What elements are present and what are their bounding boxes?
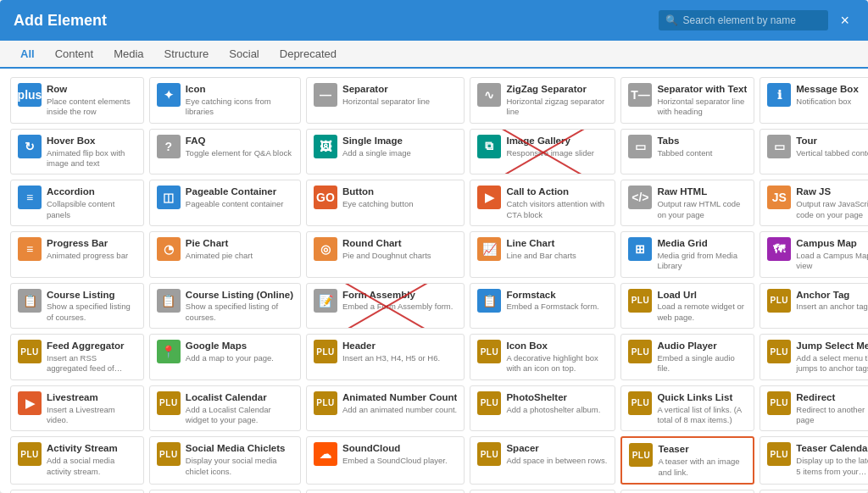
element-icon-animated-number: PLU [314, 391, 337, 415]
element-card-animated-number[interactable]: PLUAnimated Number CountAdd an animated … [306, 385, 465, 432]
element-name-round-chart: Round Chart [342, 237, 457, 250]
element-card-video-playlist[interactable]: PLUVideo Player (Playlist)Embed a YouTub… [470, 490, 615, 493]
tab-media[interactable]: Media [103, 41, 153, 69]
element-card-icon-box[interactable]: PLUIcon BoxA decorative highlight box wi… [470, 334, 615, 380]
element-desc-localist-calendar: Add a Localist Calendar widget to your p… [186, 405, 293, 426]
element-card-message-box[interactable]: ℹMessage BoxNotification box [760, 77, 868, 124]
element-desc-message-box: Notification box [796, 97, 868, 107]
element-card-course-listing-online[interactable]: 📋Course Listing (Online)Show a specified… [149, 283, 301, 330]
element-card-separator-text[interactable]: T—Separator with TextHorizontal separato… [620, 77, 754, 124]
element-card-spacer[interactable]: PLUSpacerAdd space in between rows. [470, 436, 615, 485]
element-card-media-grid[interactable]: ⊞Media GridMedia grid from Media Library [620, 231, 754, 278]
tab-deprecated[interactable]: Deprecated [270, 41, 347, 69]
element-icon-anchor-tag: PLU [767, 289, 791, 313]
element-card-campus-map[interactable]: 🗺Campus MapLoad a Campus Map view [760, 231, 868, 278]
element-name-accordion: Accordion [47, 186, 136, 198]
element-card-icon[interactable]: ✦IconEye catching icons from libraries [149, 77, 301, 124]
close-button[interactable]: × [835, 11, 854, 30]
element-desc-anchor-tag: Insert an anchor tag [796, 302, 868, 312]
element-card-anchor-tag[interactable]: PLUAnchor TagInsert an anchor tag [760, 283, 868, 330]
element-card-pie-chart[interactable]: ◔Pie ChartAnimated pie chart [149, 231, 301, 278]
element-card-load-url[interactable]: PLULoad UrlLoad a remote widget or web p… [620, 283, 754, 330]
element-card-row[interactable]: plusRowPlace content elements inside the… [10, 77, 144, 124]
element-card-livestream[interactable]: ▶LivestreamInsert a Livestream video. [10, 385, 144, 432]
element-card-zigzag[interactable]: ∿ZigZag SeparatorHorizontal zigzag separ… [470, 77, 615, 124]
element-icon-course-listing-online: 📋 [157, 289, 181, 313]
element-icon-jump-select-menu: PLU [767, 340, 791, 363]
element-icon-raw-js: JS [767, 186, 791, 209]
element-card-text-box[interactable]: PLUText BoxA block of text with a WYSIWY… [149, 490, 301, 493]
element-icon-formstack: 📋 [477, 289, 501, 313]
element-name-load-url: Load Url [657, 289, 747, 302]
element-card-round-chart[interactable]: ◎Round ChartPie and Doughnut charts [306, 231, 465, 278]
element-card-image-gallery[interactable]: ⧉Image GalleryResponsive image slider [470, 129, 615, 175]
element-icon-icon: ✦ [157, 83, 181, 107]
element-desc-line-chart: Line and Bar charts [506, 251, 608, 261]
element-desc-icon-box: A decorative highlight box with an icon … [506, 353, 608, 374]
element-card-raw-js[interactable]: JSRaw JSOutput raw JavaScript code on yo… [760, 180, 868, 226]
element-desc-raw-js: Output raw JavaScript code on your page [796, 199, 868, 220]
element-card-localist-calendar[interactable]: PLULocalist CalendarAdd a Localist Calen… [149, 385, 301, 432]
element-name-icon-box: Icon Box [506, 340, 608, 352]
element-card-social-media-chiclets[interactable]: PLUSocial Media ChicletsDisplay your soc… [149, 436, 301, 485]
element-name-tabs: Tabs [657, 135, 747, 147]
element-name-feed-aggregator: Feed Aggregator [47, 340, 136, 352]
element-desc-header: Insert an H3, H4, H5 or H6. [342, 353, 457, 363]
element-card-activity-stream[interactable]: PLUActivity StreamAdd a social media act… [10, 436, 144, 485]
element-card-hover-box[interactable]: ↻Hover BoxAnimated flip box with image a… [10, 129, 144, 175]
element-card-tabs[interactable]: ▭TabsTabbed content [620, 129, 754, 175]
element-card-redirect[interactable]: PLURedirectRedirect to another page [760, 385, 868, 432]
element-desc-tabs: Tabbed content [657, 148, 747, 158]
element-icon-row: plus [18, 83, 42, 107]
search-input[interactable] [659, 10, 828, 30]
element-card-tour[interactable]: ▭TourVertical tabbed content [760, 129, 868, 175]
element-card-line-chart[interactable]: 📈Line ChartLine and Bar charts [470, 231, 615, 278]
element-card-table-press[interactable]: ⊞Table PressInsert your TablePress table… [760, 490, 868, 493]
element-card-soundcloud[interactable]: ☁SoundCloudEmbed a SoundCloud player. [306, 436, 465, 485]
element-card-photoshelter[interactable]: PLUPhotoShelterAdd a photoshelter album. [470, 385, 615, 432]
element-name-teaser-calendar: Teaser Calendar [796, 442, 868, 455]
element-card-jump-select-menu[interactable]: PLUJump Select MenuAdd a select menu tha… [760, 334, 868, 380]
element-card-teaser-calendar[interactable]: PLUTeaser CalendarDisplay up to the late… [760, 436, 868, 485]
element-name-google-maps: Google Maps [186, 340, 293, 352]
element-card-feed-aggregator[interactable]: PLUFeed AggregatorInsert an RSS aggregat… [10, 334, 144, 380]
element-icon-photoshelter: PLU [477, 391, 501, 415]
element-icon-button: GO [314, 186, 337, 209]
element-desc-accordion: Collapsible content panels [47, 199, 136, 220]
element-card-call-to-action[interactable]: ▶Call to ActionCatch visitors attention … [470, 180, 615, 226]
element-card-quick-links[interactable]: PLUQuick Links ListA vertical list of li… [620, 385, 754, 432]
element-card-course-listing[interactable]: 📋Course ListingShow a specified listing … [10, 283, 144, 330]
element-icon-line-chart: 📈 [477, 237, 501, 261]
element-card-accordion[interactable]: ≡AccordionCollapsible content panels [10, 180, 144, 226]
element-card-faq[interactable]: ?FAQToggle element for Q&A block [149, 129, 301, 175]
element-icon-course-listing: 📋 [18, 289, 42, 313]
element-card-single-image[interactable]: 🖼Single ImageAdd a single image [306, 129, 465, 175]
element-card-raw-html[interactable]: </>Raw HTMLOutput raw HTML code on your … [620, 180, 754, 226]
tab-all[interactable]: All [10, 41, 45, 69]
element-card-video-player[interactable]: PLUVideo PlayerEmbed a YouTube or Vimeo … [306, 490, 465, 493]
element-card-audio-player[interactable]: PLUAudio PlayerEmbed a single audio file… [620, 334, 754, 380]
element-card-header[interactable]: PLUHeaderInsert an H3, H4, H5 or H6. [306, 334, 465, 380]
elements-grid: plusRowPlace content elements inside the… [10, 77, 858, 493]
element-name-call-to-action: Call to Action [506, 186, 608, 198]
element-icon-call-to-action: ▶ [477, 186, 501, 209]
tab-structure[interactable]: Structure [154, 41, 220, 69]
element-card-formstack[interactable]: 📋FormstackEmbed a Formstack form. [470, 283, 615, 330]
element-card-pageable-container[interactable]: ◫Pageable ContainerPageable content cont… [149, 180, 301, 226]
element-card-teaser[interactable]: PLUTeaserA teaser with an image and link… [620, 436, 754, 485]
element-name-separator: Separator [342, 83, 457, 96]
element-icon-google-maps: 📍 [157, 340, 181, 363]
element-card-google-maps[interactable]: 📍Google MapsAdd a map to your page. [149, 334, 301, 380]
tab-content[interactable]: Content [45, 41, 104, 69]
search-icon: 🔍 [665, 14, 678, 26]
element-card-progress-bar[interactable]: ≡Progress BarAnimated progress bar [10, 231, 144, 278]
element-card-testimonial[interactable]: PLUTestimonial / QuoteAdd a Testimony or… [10, 490, 144, 493]
element-icon-livestream: ▶ [18, 391, 42, 415]
element-name-tour: Tour [796, 135, 868, 147]
tab-social[interactable]: Social [219, 41, 269, 69]
element-icon-localist-calendar: PLU [157, 391, 181, 415]
element-card-form-assembly[interactable]: 📝Form AssemblyEmbed a Form Assembly form… [306, 283, 465, 330]
element-card-separator[interactable]: —SeparatorHorizontal separator line [306, 77, 465, 124]
element-card-media-slider[interactable]: PLUMedia SliderAdd your media slider. [620, 490, 754, 493]
element-card-button[interactable]: GOButtonEye catching button [306, 180, 465, 226]
